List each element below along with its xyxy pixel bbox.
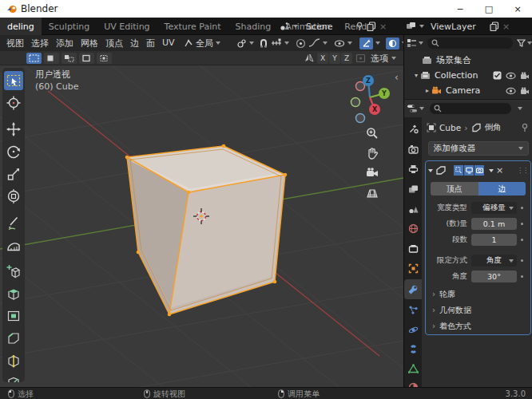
tab-scene[interactable] [404, 199, 422, 219]
render-visibility-icon[interactable] [520, 87, 530, 95]
tab-object-data[interactable] [404, 358, 422, 378]
hide-eye-icon[interactable] [506, 87, 516, 95]
camera-label[interactable]: Camera [446, 85, 480, 96]
outliner-search-input[interactable] [427, 38, 513, 49]
properties-options-caret[interactable] [518, 107, 522, 110]
angle-field[interactable]: 30° [471, 271, 517, 282]
tool-rotate[interactable] [4, 142, 23, 161]
section-shading[interactable]: › 着色方式 [432, 319, 528, 333]
amount-field[interactable]: 0.1 m [471, 218, 517, 230]
outliner-row-scene-collection[interactable]: 场景集合 [404, 53, 532, 68]
pan-view-icon[interactable] [365, 146, 379, 160]
tree-expand-icon[interactable]: ▸ [423, 87, 431, 94]
tool-add-cube[interactable] [4, 262, 23, 281]
menu-face[interactable]: 面 [146, 38, 155, 49]
minimize-button[interactable]: ─ [446, 0, 474, 18]
select-mode-intersect[interactable] [97, 53, 112, 64]
animate-dot[interactable] [521, 223, 523, 225]
render-display-toggle[interactable] [474, 165, 484, 176]
scene-name[interactable]: Scene [306, 22, 352, 32]
outliner-row-collection[interactable]: ▾ Collection [404, 68, 532, 83]
editmode-display-toggle[interactable] [454, 165, 463, 176]
snap-toggle[interactable] [259, 35, 289, 51]
section-profile[interactable]: › 轮廓 [432, 287, 528, 301]
tab-physics[interactable] [404, 320, 422, 340]
tab-modeling[interactable]: deling [0, 18, 42, 35]
show-gizmo-dropdown[interactable] [334, 35, 352, 51]
tool-options-dropdown[interactable]: 选项 [371, 51, 396, 65]
navigation-gizmo[interactable]: Z Y X [346, 72, 397, 129]
breadcrumb-modifier[interactable]: 倒角 [485, 122, 502, 133]
tab-particles[interactable] [404, 300, 422, 320]
mirror-z-button[interactable]: Z [341, 53, 352, 64]
tree-collapse-icon[interactable]: ▾ [412, 72, 420, 79]
animate-dot[interactable] [521, 259, 523, 262]
viewport-3d[interactable]: 用户透视 (60) Cube Z Y X ‹ [0, 65, 403, 387]
section-geometry[interactable]: › 几何数据 [432, 303, 528, 317]
select-mode-tweak[interactable] [26, 53, 42, 64]
transform-orientation-dropdown[interactable]: 全局 [184, 35, 220, 51]
tab-texture-paint[interactable]: Texture Paint [157, 18, 228, 35]
exclude-checkbox[interactable] [493, 71, 502, 80]
scene-collection-label[interactable]: 场景集合 [436, 54, 471, 66]
new-scene-icon[interactable] [367, 22, 376, 31]
tab-shading[interactable]: Shading [228, 18, 279, 35]
properties-search-input[interactable] [430, 103, 511, 114]
pin-icon[interactable] [521, 123, 529, 132]
animate-dot[interactable] [521, 239, 523, 241]
tool-select-box[interactable] [4, 71, 23, 90]
realtime-display-toggle[interactable] [464, 165, 474, 176]
tab-world[interactable] [404, 219, 422, 239]
panel-expand-caret[interactable] [428, 169, 433, 172]
menu-mesh[interactable]: 网格 [81, 38, 98, 49]
tool-move[interactable] [4, 120, 23, 139]
zoom-view-icon[interactable] [365, 126, 379, 140]
tool-measure[interactable] [4, 235, 23, 255]
render-visibility-icon[interactable] [520, 72, 530, 80]
tool-transform[interactable] [4, 187, 23, 206]
viewlayer-selector[interactable]: ViewLayer × [406, 18, 529, 35]
modifier-extras-caret[interactable] [489, 169, 494, 172]
delete-viewlayer-icon[interactable]: × [502, 22, 510, 32]
tab-material[interactable] [404, 377, 422, 387]
mirror-x-button[interactable]: X [317, 53, 328, 64]
tab-uv-editing[interactable]: UV Editing [97, 18, 157, 35]
affect-edges-tab[interactable]: 边 [478, 182, 526, 196]
tool-scale[interactable] [4, 164, 23, 184]
tool-loop-cut[interactable] [4, 351, 23, 370]
delete-modifier-button[interactable]: × [496, 165, 503, 176]
close-button[interactable]: × [503, 0, 532, 18]
maximize-button[interactable]: □ [474, 0, 503, 18]
proportional-edit-toggle[interactable] [296, 35, 328, 51]
tool-knife[interactable] [4, 373, 23, 382]
menu-add[interactable]: 添加 [56, 38, 73, 49]
select-mode-box[interactable] [44, 53, 59, 64]
region-collapse-arrow[interactable]: ‹ [395, 72, 399, 83]
animate-dot[interactable] [521, 275, 523, 278]
tool-bevel[interactable] [4, 329, 23, 348]
mirror-y-button[interactable]: Y [329, 53, 340, 64]
tab-object[interactable] [404, 259, 422, 279]
collection-label[interactable]: Collection [435, 70, 478, 81]
breadcrumb-object[interactable]: Cube [439, 123, 461, 132]
menu-vertex[interactable]: 顶点 [105, 38, 123, 49]
tab-view-layer[interactable] [404, 179, 422, 199]
tab-constraints[interactable] [404, 339, 422, 359]
gizmos-toggle[interactable] [359, 35, 380, 51]
limit-method-dropdown[interactable]: 角度 [471, 255, 517, 267]
outliner-editor-type-button[interactable] [407, 38, 423, 48]
select-mode-extend[interactable] [62, 53, 77, 64]
animate-dot[interactable] [521, 207, 523, 209]
viewlayer-name[interactable]: ViewLayer [431, 22, 486, 32]
tool-annotate[interactable] [4, 213, 23, 232]
menu-uv[interactable]: UV [162, 38, 175, 49]
pin-icon[interactable] [355, 22, 363, 31]
select-mode-subtract[interactable] [79, 53, 94, 64]
scene-selector[interactable]: Scene × [280, 18, 401, 35]
tab-collection[interactable] [404, 239, 422, 259]
segments-field[interactable]: 1 [471, 234, 517, 246]
tab-render[interactable] [404, 139, 422, 159]
filter-button[interactable] [517, 39, 532, 47]
width-type-dropdown[interactable]: 偏移量 [471, 202, 517, 214]
tab-tool[interactable] [404, 119, 422, 139]
